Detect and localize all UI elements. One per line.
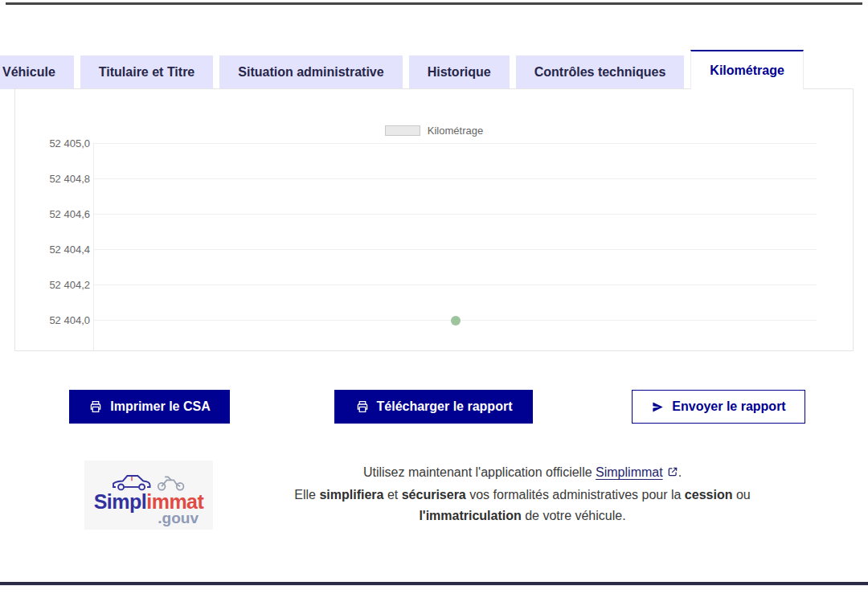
motorcycle-icon	[156, 473, 186, 492]
send-report-label: Envoyer le rapport	[672, 399, 785, 414]
gridline	[93, 285, 817, 285]
simplimmat-logo: Simplimmat .gouv	[84, 461, 213, 530]
y-tick-label: 52 405,0	[49, 137, 90, 149]
car-icon	[111, 471, 153, 492]
printer-icon	[355, 399, 370, 414]
gridline	[93, 143, 817, 144]
gridline	[93, 214, 817, 215]
simplimmat-link[interactable]: Simplimmat	[596, 465, 663, 479]
download-report-button[interactable]: Télécharger le rapport	[334, 390, 533, 424]
printer-icon	[88, 399, 103, 414]
logo-gouv: .gouv	[158, 511, 199, 526]
promo-line1-suffix: .	[678, 465, 682, 479]
gridline	[93, 249, 817, 250]
simplimmat-promo-text: Utilisez maintenant l'application offici…	[261, 462, 784, 527]
y-tick-label: 52 404,2	[49, 279, 90, 291]
tab-vehicule[interactable]: Véhicule	[0, 55, 74, 89]
tab-kilometrage[interactable]: Kilométrage	[690, 50, 803, 89]
send-icon	[651, 400, 665, 414]
y-tick-label: 52 404,6	[49, 208, 90, 220]
y-tick-label: 52 403,8	[49, 350, 90, 351]
logo-wordmark: Simplimmat	[94, 492, 204, 511]
print-csa-button[interactable]: Imprimer le CSA	[69, 390, 230, 424]
promo-line1-prefix: Utilisez maintenant l'application offici…	[363, 465, 596, 479]
y-tick-label: 52 404,4	[49, 244, 90, 256]
promo-line3: l'immatriculation de votre véhicule.	[419, 509, 625, 522]
y-tick-label: 52 404,8	[49, 173, 90, 185]
bottom-divider	[0, 582, 868, 585]
download-report-label: Télécharger le rapport	[377, 399, 513, 414]
tab-titulaire-et-titre[interactable]: Titulaire et Titre	[80, 55, 213, 89]
tab-historique[interactable]: Historique	[409, 55, 510, 89]
legend-label: Kilométrage	[428, 125, 483, 137]
kilometrage-panel: Kilométrage 52 405,0 52 404,8 52 404,6 5…	[14, 88, 854, 351]
logo-icons	[111, 468, 186, 492]
send-report-button[interactable]: Envoyer le rapport	[632, 390, 805, 424]
data-point[interactable]	[451, 316, 461, 326]
legend-swatch-icon	[385, 125, 420, 136]
tab-controles-techniques[interactable]: Contrôles techniques	[516, 55, 685, 89]
vehicle-report-screen: Véhicule Titulaire et Titre Situation ad…	[0, 0, 868, 606]
y-axis-line	[93, 143, 94, 351]
promo-line2: Elle simplifiera et sécurisera vos forma…	[294, 488, 750, 502]
external-link-icon	[667, 463, 678, 485]
y-tick-label: 52 404,0	[49, 314, 90, 326]
tab-bar: Véhicule Titulaire et Titre Situation ad…	[0, 50, 804, 89]
top-divider	[6, 2, 862, 5]
gridline	[93, 178, 817, 179]
chart-legend[interactable]: Kilométrage	[15, 125, 853, 137]
tab-situation-administrative[interactable]: Situation administrative	[219, 55, 402, 89]
print-csa-label: Imprimer le CSA	[110, 399, 210, 414]
